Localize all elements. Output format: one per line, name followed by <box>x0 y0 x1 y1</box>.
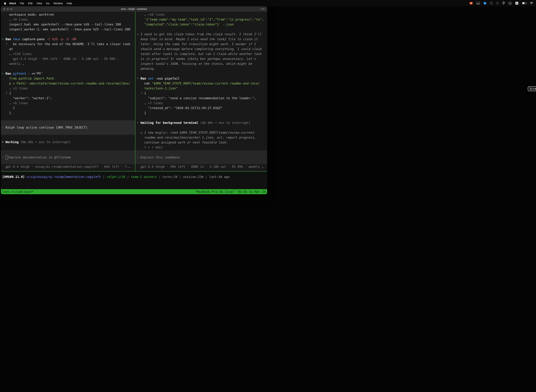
text-segment: last:3m ago <box>209 175 230 179</box>
text-segment: (6m 38s • esc to interrupt) <box>20 140 71 144</box>
text-segment: python3 <box>13 72 28 75</box>
terminal-line: inspect_worker-1: omx sparkshell --tmux-… <box>1 27 135 32</box>
text-cursor <box>5 155 8 159</box>
text-segment: Explain this codebase <box>140 155 180 160</box>
terminal-line: … +9 lines <box>1 101 135 106</box>
text-segment: └ <box>137 92 144 95</box>
terminal-line: • Ran set -euo pipefail <box>135 76 267 81</box>
text-segment: • <box>2 72 5 75</box>
text-segment: … +3 lines <box>2 87 28 90</box>
composer-input-row[interactable]: › Improve documentation in @filename <box>1 150 135 164</box>
text-segment: session:23m <box>183 175 204 179</box>
text-segment: "subject": "send a concise recommendatio… <box>137 96 256 100</box>
text-segment: } <box>2 111 11 115</box>
terminal-window: omx --xhigh --madmax ⌥⌘1 workspace_mode:… <box>1 6 267 194</box>
terminal-line <box>135 27 267 32</box>
terminal-line: is in progress? It seems likely but perh… <box>135 56 267 61</box>
terminal-line: gpt-5.4 xhigh · 94% left · 488K in · 5.1… <box>1 56 135 61</box>
text-segment: -t %25 -p -S -80 <box>46 37 76 41</box>
apple-menu-icon[interactable] <box>4 2 6 5</box>
terminal-line: should send a message before completing … <box>135 47 267 51</box>
text-segment: | <box>125 175 131 179</box>
terminal-line: └ be necessary for the end of the README… <box>1 42 135 47</box>
text-segment: later. Using the same for transition mig… <box>137 42 256 46</box>
text-segment: ralph:1/10 <box>107 175 125 179</box>
text-segment: | <box>157 175 163 179</box>
text-segment: Working <box>5 140 20 144</box>
terminal-line: … +3 lines <box>1 86 135 91</box>
terminal-line: p = Path('.omx/state/team/review-current… <box>1 81 135 86</box>
text-segment: should send a message before completing … <box>137 47 262 51</box>
text-segment: gpt-5.4 xhigh · 94% left · 488K in · 5.1… <box>2 57 119 61</box>
text-segment: … +9 lines <box>2 18 28 21</box>
text-segment: "worker": "worker-1", <box>2 96 52 100</box>
text-segment: - <<'PY' <box>28 72 43 75</box>
text-segment: be necessary for the end of the README. … <box>13 42 130 46</box>
text-segment: tasks/task-2.json" <box>137 87 178 90</box>
menu-bar: SlackFileEditViewGoWindowHelp 61 A <box>0 0 268 6</box>
text-segment: • <box>2 140 5 144</box>
text-segment: Ran <box>5 37 13 41</box>
text-segment: set <box>148 77 155 80</box>
text-segment: task2 after task1 is complete, but can I… <box>137 52 262 56</box>
terminal-line: } <box>1 111 135 115</box>
text-segment: '{"team_name":"my-team","task_id":"1","f… <box>137 18 263 21</box>
menu-item-file[interactable]: File <box>18 2 26 5</box>
terminal-line: from pathlib import Path <box>1 76 135 81</box>
title-bar: omx --xhigh --madmax ⌥⌘1 <box>1 6 267 12</box>
text-segment: … +9 lines <box>2 101 28 105</box>
terminal-line: readme-and-reco/mailbox/worker-1.json, a… <box>135 135 267 140</box>
terminal-line <box>1 66 135 71</box>
text-segment: › <box>137 155 140 160</box>
terminal-line: weekly … <box>1 61 135 66</box>
text-segment: • <box>2 37 5 41</box>
text-segment: Ran <box>5 72 13 75</box>
terminal-line <box>1 115 135 120</box>
tmux-session-window[interactable]: [omx-cczip0:bash* <box>2 190 34 194</box>
menu-item-help[interactable]: Help <box>65 2 74 5</box>
menu-item-slack[interactable]: Slack <box>7 2 18 5</box>
window-shortcut-hint: ⌥⌘1 <box>259 6 265 12</box>
text-segment: › <box>2 155 5 160</box>
menu-item-window[interactable]: Window <box>52 2 65 5</box>
left-terminal-pane[interactable]: workspace_mode: worktree … +9 lines insp… <box>1 12 135 171</box>
text-segment: [OMX#0.11.9] <box>2 175 27 179</box>
right-terminal-pane[interactable]: … +16 lines '{"team_name":"my-team","tas… <box>135 12 267 171</box>
terminal-line: … +110 lines <box>1 51 135 56</box>
text-segment: Improve documentation in @filename <box>8 155 71 160</box>
menu-item-go[interactable]: Go <box>44 2 51 5</box>
terminal-line: pending. <box>135 66 267 71</box>
terminal-line: "subject": "send a concise recommendatio… <box>135 96 267 101</box>
text-segment: inspect task2's JSON, focusing on the st… <box>137 62 252 65</box>
menu-item-view[interactable]: View <box>34 2 44 5</box>
text-segment: ] <box>2 106 15 110</box>
terminal-line: "created_at": "2026-03-31T11:59:27.816Z" <box>135 106 267 111</box>
text-segment: capture-pane <box>22 37 47 41</box>
text-segment: "created_at": "2026-03-31T11:59:27.816Z" <box>137 106 222 110</box>
terminal-line: ↳ 1 new msg(s): read $OMX_TEAM_STATE_ROO… <box>135 130 267 135</box>
composer-input-row[interactable]: › Explain this codebase <box>135 150 267 164</box>
text-segment: tmux <box>13 37 22 41</box>
terminal-line: at <box>1 47 135 51</box>
terminal-line <box>135 125 267 130</box>
text-segment: › <box>2 125 5 130</box>
terminal-line: tasks/task-2.json" <box>135 86 267 91</box>
text-segment: from pathlib import Path <box>2 77 54 80</box>
tmux-host-clock: "MacBook-Pro-44.local" 05:03 31-Mar-26 <box>195 190 266 194</box>
terminal-line: } <box>135 111 267 115</box>
text-segment: } <box>137 111 146 115</box>
text-segment: -euo pipefail <box>155 77 180 80</box>
terminal-line: "worker": "worker-1", <box>1 96 135 101</box>
menu-item-edit[interactable]: Edit <box>26 2 34 5</box>
text-segment: • <box>137 33 140 36</box>
text-segment: weekly … <box>2 62 24 65</box>
terminal-line: workspace_mode: worktree <box>1 12 135 17</box>
text-segment: is in progress? It seems likely but perh… <box>137 57 256 61</box>
terminal-line: inspect_hud: omx sparkshell --tmux-pane … <box>1 22 135 27</box>
terminal-line: • I need to get the claim token from the… <box>135 32 267 37</box>
text-segment: team:1 workers <box>131 175 157 179</box>
spacer <box>1 145 135 150</box>
terminal-line: continue assigned work or next feasible … <box>135 140 267 145</box>
window-title: omx --xhigh --madmax <box>1 6 267 12</box>
terminal-line: [OMX#0.11.9] cczip/essay/ai-reimplementa… <box>2 174 267 179</box>
